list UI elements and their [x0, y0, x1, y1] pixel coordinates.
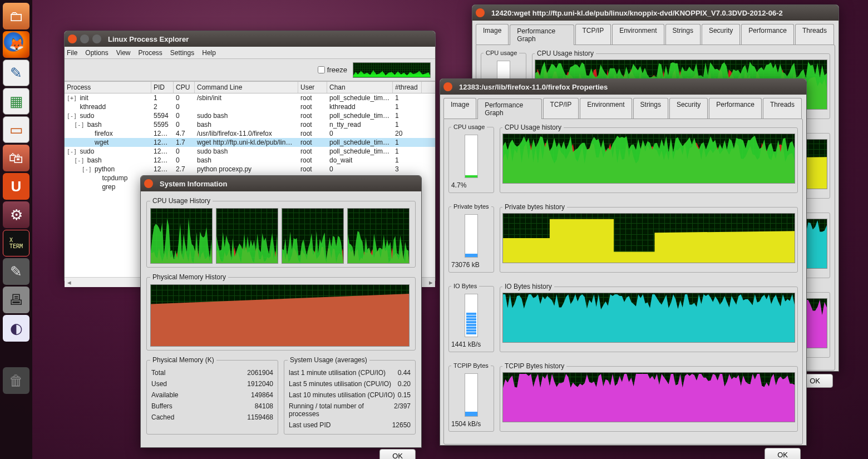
svg-marker-17 — [503, 374, 795, 422]
meter-private-bytes: Private bytes73076 kB — [448, 203, 494, 273]
mini-cpu-graph — [353, 62, 431, 78]
close-icon[interactable] — [443, 82, 452, 91]
properties-window-firefox: 12383:/usr/lib/firefox-11.0/firefox Prop… — [440, 78, 807, 446]
process-row[interactable]: [-] python125742.7python procexp.pyroot0… — [65, 165, 435, 174]
launcher-calc-icon[interactable]: ▦ — [3, 88, 29, 115]
system-stat: last 1 minute utilisation (CPU/IO)0.44 — [288, 367, 412, 378]
menu-view[interactable]: View — [116, 49, 131, 57]
close-icon[interactable] — [68, 34, 77, 43]
launcher-trash-icon[interactable]: 🗑 — [3, 367, 29, 394]
tabs: ImagePerformance GraphTCP/IPEnvironmentS… — [472, 21, 839, 45]
menu-settings[interactable]: Settings — [170, 49, 194, 57]
minimize-icon[interactable] — [80, 34, 89, 43]
memory-stat: Cached1159468 — [150, 412, 274, 423]
cpu-core-graph — [282, 208, 344, 264]
launcher-files-icon[interactable]: 🗀 — [3, 3, 29, 29]
svg-marker-10 — [282, 231, 343, 263]
memory-stat: Used1912040 — [150, 378, 274, 389]
tab-security[interactable]: Security — [669, 98, 708, 119]
process-row[interactable]: firefox123834.7/usr/lib/firefox-11.0/fir… — [65, 129, 435, 138]
system-usage-fieldset: System Usage (averages) last 1 minute ut… — [284, 356, 416, 435]
column-header[interactable]: PID — [151, 82, 174, 93]
system-stat: Running / total number of processes2/397 — [288, 401, 412, 419]
tab-threads[interactable]: Threads — [795, 24, 834, 45]
tab-strings[interactable]: Strings — [665, 24, 701, 45]
tab-image[interactable]: Image — [443, 98, 476, 119]
tab-tcp-ip[interactable]: TCP/IP — [543, 98, 579, 119]
maximize-icon[interactable] — [92, 34, 101, 43]
process-row[interactable]: kthreadd20rootkthreadd1 — [65, 102, 435, 111]
mem-legend: Physical Memory History — [150, 273, 228, 281]
titlebar[interactable]: 12383:/usr/lib/firefox-11.0/firefox Prop… — [440, 79, 806, 95]
titlebar[interactable]: Linux Process Explorer — [65, 31, 435, 47]
process-row[interactable]: wget124201.7wget http://ftp.uni-kl.de/pu… — [65, 138, 435, 147]
tab-threads[interactable]: Threads — [763, 98, 802, 119]
column-header[interactable]: Command Line — [195, 82, 298, 93]
svg-marker-8 — [216, 232, 278, 263]
tab-performance[interactable]: Performance — [709, 98, 762, 119]
meter-tcpip-bytes: TCPIP Bytes1504 kB/s — [448, 362, 494, 432]
column-header[interactable]: Chan — [327, 82, 393, 93]
launcher-impress-icon[interactable]: ▭ — [3, 116, 29, 143]
memory-stat: Available149864 — [150, 389, 274, 401]
meter-value: 1441 kB/s — [451, 339, 491, 349]
metric-row: Private bytes73076 kBPrivate bytes histo… — [448, 203, 798, 278]
physical-memory-fieldset: Physical Memory (K) Total2061904Used1912… — [146, 356, 278, 435]
tab-security[interactable]: Security — [702, 24, 740, 45]
close-icon[interactable] — [476, 8, 485, 17]
tab-performance-graph[interactable]: Performance Graph — [477, 98, 541, 119]
launcher-ubuntuone-icon[interactable]: U — [3, 173, 29, 200]
column-header[interactable]: #thread — [393, 82, 422, 93]
tab-strings[interactable]: Strings — [633, 98, 668, 119]
window-title: System Information — [160, 180, 418, 188]
ok-button[interactable]: OK — [379, 449, 416, 459]
tab-performance-graph[interactable]: Performance Graph — [510, 24, 574, 45]
menu-options[interactable]: Options — [85, 49, 108, 57]
launcher-firefox-icon[interactable]: 🦊 — [3, 31, 29, 58]
sys-legend: System Usage (averages) — [288, 356, 369, 364]
column-header[interactable]: Process — [65, 82, 151, 93]
meter-value: 1504 kB/s — [451, 419, 491, 429]
tab-environment[interactable]: Environment — [612, 24, 664, 45]
launcher-writer-icon[interactable]: ✎ — [3, 60, 29, 86]
memory-stat: Total2061904 — [150, 367, 274, 378]
column-header[interactable]: User — [298, 82, 327, 93]
tab-tcp-ip[interactable]: TCP/IP — [575, 24, 611, 45]
menu-file[interactable]: File — [67, 49, 77, 57]
toolbar: freeze — [65, 59, 435, 81]
tab-image[interactable]: Image — [476, 24, 509, 45]
launcher-xterm-icon[interactable]: XTERM — [3, 230, 29, 256]
menu-process[interactable]: Process — [139, 49, 162, 57]
launcher-software-icon[interactable]: 🛍 — [3, 145, 29, 171]
window-title: 12420:wget http://ftp.uni-kl.de/pub/linu… — [491, 9, 835, 17]
svg-marker-16 — [503, 294, 795, 342]
process-row[interactable]: [-] bash55950bashrootn_tty_read1 — [65, 120, 435, 129]
cpu-core-graph — [347, 208, 410, 264]
tab-performance[interactable]: Performance — [741, 24, 794, 45]
cpu-core-graph — [216, 208, 278, 264]
metric-row: IO Bytes1441 kB/sIO Bytes history — [448, 283, 798, 358]
process-row[interactable]: [-] bash124950bashrootdo_wait1 — [65, 156, 435, 165]
launcher-eclipse-icon[interactable]: ◐ — [3, 315, 29, 342]
history-tcpip-bytes: TCPIP Bytes history — [500, 362, 798, 432]
freeze-checkbox-input[interactable] — [318, 66, 325, 73]
titlebar[interactable]: System Information — [141, 176, 421, 191]
close-icon[interactable] — [144, 179, 153, 188]
process-table-header[interactable]: ProcessPIDCPUCommand LineUserChan#thread — [65, 81, 435, 93]
freeze-label: freeze — [327, 66, 347, 74]
menu-help[interactable]: Help — [202, 49, 216, 57]
process-row[interactable]: [+] init10/sbin/initrootpoll_schedule_ti… — [65, 93, 435, 102]
process-row[interactable]: [-] sudo124940sudo bashrootpoll_schedule… — [65, 147, 435, 156]
launcher-text-editor-icon[interactable]: ✎ — [3, 258, 29, 285]
launcher-settings-icon[interactable]: ⚙ — [3, 201, 29, 228]
tab-environment[interactable]: Environment — [580, 98, 632, 119]
titlebar[interactable]: 12420:wget http://ftp.uni-kl.de/pub/linu… — [472, 5, 839, 21]
column-header[interactable]: CPU — [174, 82, 195, 93]
launcher-printer-icon[interactable]: 🖶 — [3, 287, 29, 313]
svg-marker-6 — [151, 218, 212, 263]
memk-legend: Physical Memory (K) — [150, 356, 216, 364]
ok-button[interactable]: OK — [765, 448, 801, 459]
unity-launcher: 🗀 🦊 ✎ ▦ ▭ 🛍 U ⚙ XTERM ✎ 🖶 ◐ 🗑 — [0, 0, 32, 459]
process-row[interactable]: [-] sudo55940sudo bashrootpoll_schedule_… — [65, 111, 435, 120]
freeze-checkbox[interactable]: freeze — [318, 66, 347, 74]
